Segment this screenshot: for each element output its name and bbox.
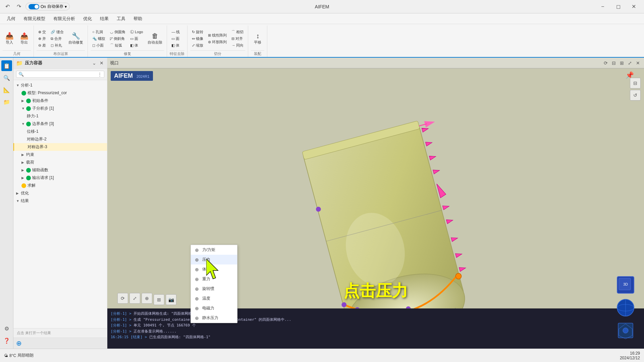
ribbon-btn-fillet[interactable]: ◡ 倒圆角 xyxy=(108,29,127,35)
vp-camera-btn[interactable]: 📷 xyxy=(166,294,176,305)
menu-geometry[interactable]: 几何 xyxy=(3,14,19,23)
viewport-restore-btn[interactable]: ⤢ xyxy=(627,60,633,66)
ribbon-btn-screw[interactable]: 🔩 螺纹 xyxy=(91,36,107,42)
vp-rotate-btn[interactable]: ⟳ xyxy=(117,293,128,304)
ribbon-btn-import[interactable]: 📥 导入 xyxy=(3,32,16,46)
sidebar-close-btn[interactable]: ✕ xyxy=(99,60,104,66)
activity-btn-folder[interactable]: 📁 xyxy=(1,97,12,107)
orientation-sphere-svg[interactable] xyxy=(615,298,636,318)
tree-item-sym3[interactable]: 对称边界-3 xyxy=(13,143,107,151)
activity-btn-settings[interactable]: ⚙ xyxy=(1,323,12,334)
tree-item-static[interactable]: 静力-1 xyxy=(13,112,107,120)
sidebar-indicator-row: ⊕ xyxy=(13,338,107,349)
close-button[interactable]: ✕ xyxy=(626,1,641,12)
tree-item-load[interactable]: ▶ 载荷 xyxy=(13,159,107,166)
console-text-3: 单元 100491 个, 节点 166769 个 xyxy=(133,323,196,327)
activity-btn-search[interactable]: 🔍 xyxy=(1,72,12,83)
ribbon-btn-sew[interactable]: 🔗 缝合 xyxy=(49,29,65,35)
dropdown-item-hydrostatic[interactable]: ⊕ 静水压力 xyxy=(191,313,237,323)
redo-button[interactable]: ↷ xyxy=(14,2,23,11)
dropdown-item-body-force[interactable]: ⊕ 体积力 xyxy=(191,264,237,274)
menu-help[interactable]: 帮助 xyxy=(129,14,146,23)
tree-item-output[interactable]: ▶ 输出请求 [1] xyxy=(13,174,107,182)
vp-target-btn[interactable]: ⊕ xyxy=(142,293,152,304)
menu-optimize[interactable]: 优化 xyxy=(79,14,96,23)
dropdown-label-force: 力/力矩 xyxy=(202,247,215,253)
ribbon-btn-chamfer[interactable]: ◸ 倒斜角 xyxy=(108,36,127,42)
ribbon-btn-patch[interactable]: ◻ 补丸 xyxy=(49,42,65,49)
viewport-refresh-btn[interactable]: ⟳ xyxy=(602,60,609,66)
vp-right-panel-btn[interactable]: ⊟ xyxy=(630,78,641,88)
tree-item-sym2[interactable]: 对称边界-2 xyxy=(13,135,107,143)
ribbon-btn-translate[interactable]: ↕ 平移 xyxy=(251,32,264,46)
ribbon-btn-tangent[interactable]: ⌒ 相切 xyxy=(230,29,245,35)
ribbon-btn-hole[interactable]: ○ 孔洞 xyxy=(91,29,107,35)
ribbon-btn-intersect[interactable]: ⊗ 交 xyxy=(37,29,48,35)
dropdown-item-pressure[interactable]: ⊕ 压力 xyxy=(191,255,237,264)
autosave-toggle[interactable] xyxy=(29,4,39,9)
menu-tools[interactable]: 工具 xyxy=(113,14,129,23)
viewport-split-h-btn[interactable]: ⊟ xyxy=(610,60,617,66)
ribbon-btn-face[interactable]: ▭ 面 xyxy=(128,36,145,42)
vp-right-refresh-btn[interactable]: ↺ xyxy=(630,90,641,101)
ribbon-btn-rotate[interactable]: ↻ 旋转 xyxy=(190,29,205,35)
vp-fullscreen-btn[interactable]: ⤢ xyxy=(129,293,140,304)
scale-icon: ⤢ xyxy=(192,43,195,48)
orientation-mini-cube-svg[interactable] xyxy=(615,320,636,341)
ribbon-btn-face2[interactable]: ▭ 面 xyxy=(170,36,181,42)
dropdown-item-em[interactable]: ⊕ 电磁力 xyxy=(191,303,237,313)
ribbon-btn-autofix[interactable]: 🔧 自动修复 xyxy=(67,32,85,46)
tree-item-boundary[interactable]: ▼ 边界条件 [3] xyxy=(13,120,107,128)
hole-icon: ○ xyxy=(92,30,95,34)
tree-item-results[interactable]: ▼ 结果 xyxy=(13,197,107,205)
dropdown-item-force[interactable]: ⊕ 力/力矩 xyxy=(191,245,237,255)
ribbon-btn-circular-array[interactable]: ⊚ 环形阵列 xyxy=(206,39,228,45)
ribbon-btn-union[interactable]: ⊕ 并 xyxy=(37,36,48,42)
orientation-cube-svg[interactable]: 3D xyxy=(615,275,636,295)
ribbon-btn-same-dir[interactable]: → 同向 xyxy=(230,42,245,49)
menu-fem-model[interactable]: 有限元模型 xyxy=(19,14,49,23)
viewport-close-btn[interactable]: ✕ xyxy=(635,60,641,66)
viewport-split-v-btn[interactable]: ⊞ xyxy=(619,60,625,66)
ribbon-btn-merge[interactable]: ⧉ 合并 xyxy=(49,36,65,42)
sidebar-expand-btn[interactable]: ⌄ xyxy=(92,60,97,66)
menu-results[interactable]: 结果 xyxy=(96,14,113,23)
tree-item-analysis[interactable]: ▼ 分析-1 xyxy=(13,81,107,89)
minimize-button[interactable]: − xyxy=(595,1,610,12)
ribbon-btn-linear-array[interactable]: ⊞ 线性阵列 xyxy=(206,32,228,39)
tree-item-displacement[interactable]: 位移-1 xyxy=(13,128,107,135)
ribbon-btn-export[interactable]: 📤 导出 xyxy=(17,32,31,46)
ribbon-btn-autodelete[interactable]: 🗑 自动去除 xyxy=(146,32,164,46)
menu-fem-analysis[interactable]: 有限元分析 xyxy=(49,14,79,23)
vp-grid-btn[interactable]: ⊞ xyxy=(154,294,164,305)
restore-button[interactable]: ◻ xyxy=(610,1,626,12)
ribbon-btn-body2[interactable]: ◧ 体 xyxy=(170,42,181,49)
ribbon-btn-line[interactable]: — 线 xyxy=(170,29,181,35)
sidebar-indicator-plus[interactable]: ⊕ xyxy=(16,339,22,347)
activity-btn-3d[interactable]: 📐 xyxy=(1,84,12,95)
ribbon-btn-mirror[interactable]: ⇔ 镜像 xyxy=(190,36,205,42)
dropdown-item-temperature[interactable]: ⊕ 温度 xyxy=(191,294,237,303)
ribbon-btn-align[interactable]: ⊟ 对齐 xyxy=(230,36,245,42)
ribbon-btn-body[interactable]: ◧ 体 xyxy=(128,42,145,49)
ribbon-btn-subtract[interactable]: ⊖ 差 xyxy=(37,42,48,49)
console-line-4: [分析-1] > 正在准备显示网格...... xyxy=(111,328,641,335)
ribbon-btn-scale[interactable]: ⤢ 缩放 xyxy=(190,42,205,49)
ribbon-btn-smallface[interactable]: ◻ 小面 xyxy=(91,42,107,49)
activity-btn-help[interactable]: ❓ xyxy=(1,335,12,346)
tree-item-optimize[interactable]: ▶ 优化 xyxy=(13,189,107,197)
dropdown-item-gravity[interactable]: ⊕ 重力 xyxy=(191,274,237,284)
undo-button[interactable]: ↶ xyxy=(3,2,12,11)
ribbon-btn-logo[interactable]: Ⓛ Logo xyxy=(128,29,145,35)
tree-item-model[interactable]: 模型: Pressurized_cor xyxy=(13,89,107,97)
tree-item-solve[interactable]: 求解 xyxy=(13,182,107,189)
ribbon-btn-shortarc[interactable]: ⌒ 短弧 xyxy=(108,42,127,49)
dropdown-item-rotation[interactable]: ⊕ 旋转惯 xyxy=(191,284,237,294)
tree-item-initial[interactable]: ▶ 初始条件 xyxy=(13,97,107,105)
search-options-icon[interactable]: ⋮ xyxy=(98,72,102,77)
tree-item-constraint[interactable]: ▶ 约束 xyxy=(13,151,107,159)
activity-btn-explorer[interactable]: 📋 xyxy=(1,60,12,71)
sidebar-search-input[interactable] xyxy=(25,72,96,77)
tree-item-auxfunc[interactable]: ▶ 辅助函数 xyxy=(13,166,107,174)
tree-item-substep[interactable]: ▼ 子分析步 [1] xyxy=(13,105,107,112)
